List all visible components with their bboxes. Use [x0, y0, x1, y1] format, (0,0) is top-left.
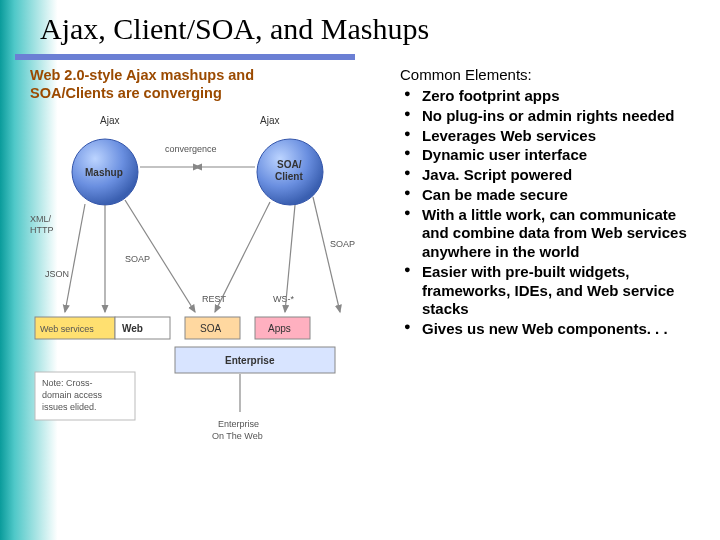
soap-right-label: SOAP [330, 239, 355, 249]
common-elements-list: Zero footprint apps No plug-ins or admin… [400, 87, 690, 339]
list-item: Java. Script powered [400, 166, 690, 185]
soa-client-label-2: Client [275, 171, 303, 182]
slide-title: Ajax, Client/SOA, and Mashups [0, 0, 720, 54]
list-item: Dynamic user interface [400, 146, 690, 165]
list-item: Easier with pre-built widgets, framework… [400, 263, 690, 319]
diagram-heading: Web 2.0-style Ajax mashups and SOA/Clien… [30, 66, 390, 102]
enterprise-box-label: Enterprise [225, 355, 275, 366]
ws-star-label: WS-* [273, 294, 294, 304]
xml-http-label-1: XML/ [30, 214, 52, 224]
list-item: Leverages Web services [400, 127, 690, 146]
xml-http-label-2: HTTP [30, 225, 54, 235]
footer-line-2: On The Web [212, 431, 263, 441]
footer-line-1: Enterprise [218, 419, 259, 429]
list-item: Can be made secure [400, 186, 690, 205]
json-label: JSON [45, 269, 69, 279]
list-item: Gives us new Web components. . . [400, 320, 690, 339]
ajax-label-right: Ajax [260, 115, 279, 126]
apps-box-label: Apps [268, 323, 291, 334]
arrow-client-soa [215, 202, 270, 312]
title-underline [15, 54, 355, 60]
web-services-box-label: Web services [40, 324, 94, 334]
common-elements-heading: Common Elements: [400, 66, 690, 83]
list-item: With a little work, can communicate and … [400, 206, 690, 262]
note-line-3: issues elided. [42, 402, 97, 412]
note-line-1: Note: Cross- [42, 378, 93, 388]
mashup-sphere-label: Mashup [85, 167, 123, 178]
common-elements-panel: Common Elements: Zero footprint apps No … [400, 66, 690, 496]
convergence-label: convergence [165, 144, 217, 154]
soa-box-label: SOA [200, 323, 221, 334]
soa-client-label-1: SOA/ [277, 159, 302, 170]
diagram-heading-line1: Web 2.0-style Ajax mashups and [30, 67, 254, 83]
arrow-client-right [313, 197, 340, 312]
content-row: Web 2.0-style Ajax mashups and SOA/Clien… [0, 66, 720, 496]
diagram-panel: Web 2.0-style Ajax mashups and SOA/Clien… [30, 66, 390, 496]
convergence-diagram: Ajax Ajax convergence Mashup SOA/ Client… [30, 112, 380, 492]
ajax-label-left: Ajax [100, 115, 119, 126]
note-line-2: domain access [42, 390, 103, 400]
list-item: No plug-ins or admin rights needed [400, 107, 690, 126]
list-item: Zero footprint apps [400, 87, 690, 106]
soap-left-label: SOAP [125, 254, 150, 264]
web-box-label: Web [122, 323, 143, 334]
arrow-mashup-ws [65, 204, 85, 312]
diagram-heading-line2: SOA/Clients are converging [30, 85, 222, 101]
